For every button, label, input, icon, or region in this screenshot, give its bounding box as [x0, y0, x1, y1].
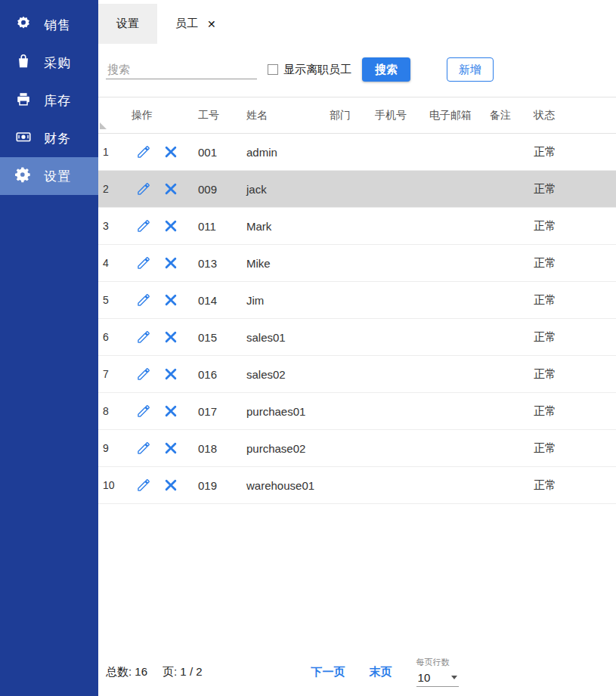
employee-status: 正常 [526, 293, 616, 308]
tab-employees[interactable]: 员工 ✕ [157, 4, 234, 44]
employee-status: 正常 [526, 145, 616, 159]
table-body: 1 001 admin 正常 2 [98, 134, 616, 504]
row-actions [124, 181, 190, 196]
sidebar-item-sales[interactable]: 销售 [0, 6, 98, 44]
employee-status: 正常 [526, 182, 616, 196]
employee-table: 操作 工号 姓名 部门 手机号 电子邮箱 备注 状态 1 001 admi [98, 97, 616, 504]
employee-name: purchase02 [239, 442, 322, 455]
edit-icon[interactable] [136, 181, 151, 196]
row-number: 2 [98, 183, 124, 195]
delete-icon[interactable] [163, 367, 178, 382]
sidebar-item-finance[interactable]: 财务 [0, 119, 98, 157]
delete-icon[interactable] [163, 292, 178, 308]
employee-status: 正常 [526, 219, 616, 234]
table-row[interactable]: 3 011 Mark 正常 [98, 208, 616, 245]
employee-id: 017 [190, 405, 239, 418]
header-corner-grip [100, 122, 107, 129]
sidebar-item-label: 销售 [44, 17, 71, 34]
employee-id: 018 [190, 442, 239, 455]
edit-icon[interactable] [136, 367, 151, 382]
sidebar-item-settings[interactable]: 设置 [0, 157, 98, 195]
edit-icon[interactable] [136, 218, 151, 234]
delete-icon[interactable] [163, 404, 178, 419]
employee-status: 正常 [526, 367, 616, 382]
employee-id: 015 [190, 331, 239, 344]
delete-icon[interactable] [163, 144, 178, 159]
row-number: 10 [98, 479, 124, 491]
table-row[interactable]: 2 009 jack 正常 [98, 171, 616, 208]
inventory-icon [15, 91, 32, 111]
header-employee-id: 工号 [190, 109, 239, 122]
table-header: 操作 工号 姓名 部门 手机号 电子邮箱 备注 状态 [98, 97, 616, 134]
employee-id: 019 [190, 479, 239, 492]
table-row[interactable]: 9 018 purchase02 正常 [98, 430, 616, 467]
row-number: 3 [98, 220, 124, 232]
finance-icon [15, 128, 32, 149]
row-number: 5 [98, 294, 124, 306]
header-email: 电子邮箱 [422, 109, 482, 122]
next-page-button[interactable]: 下一页 [311, 665, 345, 679]
tab-label: 设置 [116, 17, 139, 31]
delete-icon[interactable] [163, 441, 178, 456]
last-page-button[interactable]: 末页 [370, 665, 392, 679]
row-number: 4 [98, 257, 124, 269]
sidebar-item-label: 采购 [44, 54, 71, 72]
row-actions [124, 404, 190, 419]
rows-per-page-value: 10 [418, 671, 431, 684]
close-icon[interactable]: ✕ [207, 18, 216, 30]
edit-icon[interactable] [136, 144, 151, 159]
row-number: 6 [98, 331, 124, 343]
sidebar-item-label: 设置 [44, 168, 71, 185]
rows-per-page-label: 每页行数 [416, 657, 459, 668]
delete-icon[interactable] [163, 218, 178, 234]
edit-icon[interactable] [136, 404, 151, 419]
employee-status: 正常 [526, 256, 616, 271]
row-number: 1 [98, 146, 124, 158]
employee-id: 016 [190, 368, 239, 381]
delete-icon[interactable] [163, 329, 178, 345]
row-actions [124, 478, 190, 493]
employee-id: 013 [190, 257, 239, 270]
tab-settings[interactable]: 设置 [98, 4, 157, 44]
employee-status: 正常 [526, 478, 616, 493]
edit-icon[interactable] [136, 292, 151, 308]
edit-icon[interactable] [136, 478, 151, 493]
row-actions [124, 255, 190, 271]
header-department: 部门 [322, 109, 367, 122]
delete-icon[interactable] [163, 255, 178, 271]
delete-icon[interactable] [163, 181, 178, 196]
table-row[interactable]: 4 013 Mike 正常 [98, 245, 616, 282]
pagination-bar: 总数: 16 页: 1 / 2 下一页 末页 每页行数 10 [98, 648, 616, 696]
row-number: 7 [98, 368, 124, 380]
employee-id: 011 [190, 220, 239, 233]
add-button[interactable]: 新增 [447, 57, 494, 82]
employee-name: Jim [239, 294, 322, 307]
search-button[interactable]: 搜索 [362, 57, 410, 82]
employee-name: jack [239, 183, 322, 196]
delete-icon[interactable] [163, 478, 178, 493]
toolbar: 显示离职员工 搜索 新增 [98, 47, 616, 92]
row-actions [124, 144, 190, 159]
sidebar-item-purchase[interactable]: 采购 [0, 44, 98, 82]
employee-name: purchaes01 [239, 405, 322, 418]
row-actions [124, 329, 190, 345]
table-row[interactable]: 5 014 Jim 正常 [98, 282, 616, 319]
table-row[interactable]: 7 016 sales02 正常 [98, 356, 616, 393]
header-row-number [98, 97, 124, 133]
show-resigned-checkbox-wrap[interactable]: 显示离职员工 [268, 63, 351, 77]
edit-icon[interactable] [136, 255, 151, 271]
row-actions [124, 218, 190, 234]
employee-id: 001 [190, 146, 239, 159]
sidebar-item-inventory[interactable]: 库存 [0, 82, 98, 119]
edit-icon[interactable] [136, 441, 151, 456]
page-indicator: 页: 1 / 2 [163, 665, 203, 679]
total-count-label: 总数: 16 [106, 665, 147, 679]
table-row[interactable]: 1 001 admin 正常 [98, 134, 616, 171]
table-row[interactable]: 6 015 sales01 正常 [98, 319, 616, 356]
edit-icon[interactable] [136, 329, 151, 345]
checkbox-icon[interactable] [268, 64, 278, 75]
table-row[interactable]: 8 017 purchaes01 正常 [98, 393, 616, 430]
search-input[interactable] [106, 60, 257, 79]
table-row[interactable]: 10 019 warehouse01 正常 [98, 467, 616, 504]
rows-per-page-select[interactable]: 10 [416, 670, 459, 687]
